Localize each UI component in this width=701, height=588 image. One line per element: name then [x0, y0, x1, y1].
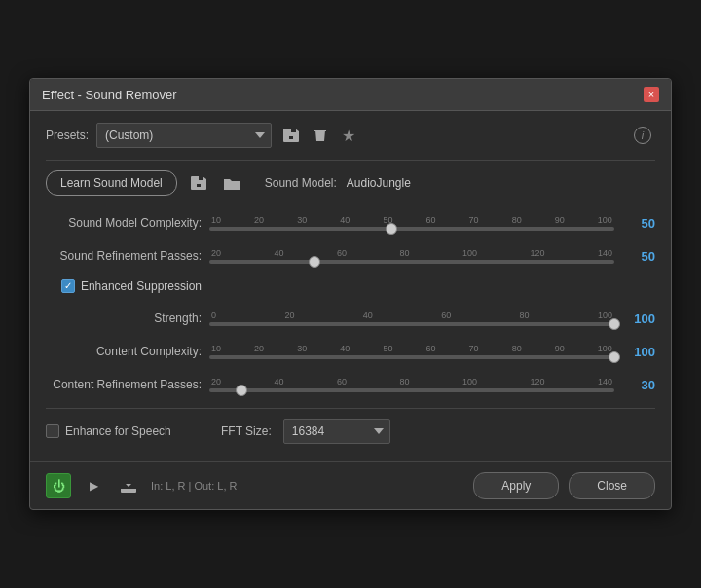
- delete-preset-button[interactable]: [311, 127, 330, 144]
- presets-select[interactable]: (Custom): [96, 123, 272, 148]
- sound-model-row: Learn Sound Model Sound Model: AudioJung…: [46, 170, 655, 196]
- sound-model-complexity-thumb[interactable]: [386, 223, 397, 235]
- strength-label: Strength:: [46, 312, 202, 325]
- content-complexity-label: Content Complexity:: [46, 345, 202, 358]
- footer-left: ⏻ ▶ In: L, R | Out: L, R: [46, 473, 237, 498]
- sound-model-name: AudioJungle: [347, 176, 411, 190]
- content-refinement-passes-label: Content Refinement Passes:: [46, 378, 202, 391]
- content-refinement-passes-thumb[interactable]: [236, 385, 247, 396]
- footer-right: Apply Close: [473, 472, 655, 499]
- sound-refinement-passes-value: 50: [622, 249, 655, 264]
- save-sound-model-button[interactable]: [187, 174, 210, 192]
- sound-model-complexity-slider-container: 102030405060708090100: [209, 208, 614, 238]
- presets-label: Presets:: [46, 129, 89, 142]
- enhanced-suppression-row: ✓ Enhanced Suppression Strength: 0204060…: [46, 276, 655, 332]
- title-bar: Effect - Sound Remover ×: [30, 79, 671, 111]
- sound-model-label: Sound Model:: [265, 176, 337, 190]
- power-button[interactable]: ⏻: [46, 473, 71, 498]
- content-refinement-passes-row: Content Refinement Passes: 2040608010012…: [46, 371, 655, 398]
- fft-size-select[interactable]: 16384 512 1024 2048 4096 8192 32768: [283, 419, 390, 444]
- enhanced-suppression-checkbox[interactable]: ✓: [61, 279, 75, 293]
- content-refinement-passes-slider-container: 20406080100120140: [209, 370, 614, 399]
- star-button[interactable]: ★: [338, 125, 359, 147]
- close-dialog-button[interactable]: Close: [569, 472, 655, 499]
- apply-button[interactable]: Apply: [473, 472, 559, 499]
- fft-row: ✓ Enhance for Speech FFT Size: 16384 512…: [46, 419, 655, 444]
- strength-ticks: 020406080100: [209, 311, 614, 320]
- content-complexity-thumb[interactable]: [609, 351, 620, 363]
- enhance-speech-area: ✓ Enhance for Speech: [46, 424, 209, 438]
- sound-model-complexity-track[interactable]: [209, 227, 614, 231]
- content-complexity-ticks: 102030405060708090100: [209, 344, 614, 353]
- content-refinement-passes-ticks: 20406080100120140: [209, 377, 614, 386]
- dialog-body: Presets: (Custom) ★ i Learn Sound Model: [30, 111, 671, 461]
- sound-model-complexity-value: 50: [622, 216, 655, 231]
- learn-sound-model-button[interactable]: Learn Sound Model: [46, 170, 177, 196]
- enhance-speech-label: Enhance for Speech: [65, 424, 171, 438]
- sliders-section: Sound Model Complexity: 1020304050607080…: [46, 209, 655, 398]
- dialog-title: Effect - Sound Remover: [42, 88, 177, 102]
- enhanced-suppression-label: Enhanced Suppression: [81, 279, 202, 293]
- fft-size-label: FFT Size:: [221, 424, 272, 438]
- sound-refinement-passes-thumb[interactable]: [309, 256, 320, 268]
- export-icon: [121, 479, 136, 493]
- presets-row: Presets: (Custom) ★ i: [46, 123, 655, 148]
- sound-model-complexity-ticks: 102030405060708090100: [209, 215, 614, 225]
- strength-slider-row: Strength: 020406080100 100: [46, 305, 655, 332]
- strength-slider-container: 020406080100: [209, 304, 614, 333]
- content-complexity-track[interactable]: [209, 355, 614, 359]
- strength-thumb[interactable]: [609, 318, 620, 330]
- sound-model-complexity-label: Sound Model Complexity:: [46, 216, 202, 230]
- enhanced-suppression-label-area: ✓ Enhanced Suppression: [46, 279, 202, 293]
- sound-refinement-passes-slider-container: 20406080100120140: [209, 241, 614, 271]
- dialog-footer: ⏻ ▶ In: L, R | Out: L, R Apply Close: [30, 461, 671, 509]
- sound-refinement-passes-ticks: 20406080100120140: [209, 248, 614, 258]
- content-complexity-slider-container: 102030405060708090100: [209, 337, 614, 366]
- content-complexity-row: Content Complexity: 10203040506070809010…: [46, 338, 655, 365]
- info-button[interactable]: i: [630, 125, 655, 146]
- sound-refinement-passes-track[interactable]: [209, 260, 614, 264]
- enhanced-suppression-checkbox-row: ✓ Enhanced Suppression: [46, 279, 202, 293]
- open-sound-model-button[interactable]: [220, 175, 243, 192]
- sound-refinement-passes-label: Sound Refinement Passes:: [46, 249, 202, 263]
- sound-refinement-passes-row: Sound Refinement Passes: 204060801001201…: [46, 242, 655, 270]
- content-refinement-passes-value: 30: [622, 378, 655, 392]
- content-refinement-passes-track[interactable]: [209, 388, 614, 392]
- close-x-button[interactable]: ×: [644, 87, 659, 102]
- save-preset-button[interactable]: [279, 127, 303, 144]
- content-complexity-value: 100: [622, 345, 655, 359]
- effect-dialog: Effect - Sound Remover × Presets: (Custo…: [29, 78, 672, 510]
- play-button[interactable]: ▶: [81, 473, 106, 498]
- strength-track[interactable]: [209, 322, 614, 326]
- io-label: In: L, R | Out: L, R: [151, 480, 237, 492]
- enhance-speech-checkbox[interactable]: ✓: [46, 424, 59, 438]
- export-button[interactable]: [116, 473, 141, 498]
- strength-value: 100: [622, 312, 655, 326]
- sound-model-complexity-row: Sound Model Complexity: 1020304050607080…: [46, 209, 655, 237]
